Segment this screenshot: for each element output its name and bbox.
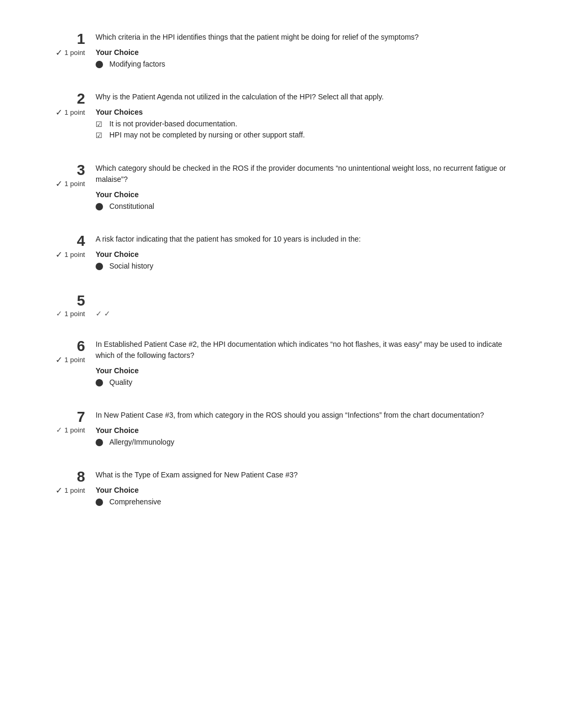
question-block-8: 8✓1 pointWhat is the Type of Exam assign…	[43, 469, 518, 508]
question-content-5: ✓ ✓	[96, 293, 518, 318]
partial-answer-5: ✓ ✓	[96, 309, 518, 318]
answer-item-2-0: ☑It is not provider-based documentation.	[96, 119, 518, 128]
your-choice-label-3: Your Choice	[96, 190, 518, 199]
answer-text-6-0: Quality	[109, 378, 133, 386]
points-text-4: 1 point	[64, 251, 85, 259]
question-points-5: ✓1 point	[56, 309, 85, 318]
checkmark-icon-1: ✓	[55, 48, 62, 58]
question-text-3: Which category should be checked in the …	[96, 163, 518, 185]
question-content-1: Which criteria in the HPI identifies thi…	[96, 32, 518, 70]
checkmark-icon-2: ✓	[55, 107, 62, 117]
checkbox-icon-2-1: ☑	[96, 131, 104, 140]
question-block-2: 2✓1 pointWhy is the Patient Agenda not u…	[43, 91, 518, 142]
answer-list-8: Comprehensive	[96, 497, 518, 506]
question-text-4: A risk factor indicating that the patien…	[96, 234, 518, 245]
answer-list-1: Modifying factors	[96, 60, 518, 68]
answer-item-2-1: ☑HPI may not be completed by nursing or …	[96, 131, 518, 140]
question-content-7: In New Patient Case #3, from which categ…	[96, 410, 518, 448]
question-text-8: What is the Type of Exam assigned for Ne…	[96, 469, 518, 481]
question-block-1: 1✓1 pointWhich criteria in the HPI ident…	[43, 32, 518, 70]
answer-text-2-0: It is not provider-based documentation.	[109, 119, 237, 128]
question-number-1: 1	[77, 32, 85, 47]
your-choice-label-2: Your Choices	[96, 108, 518, 116]
question-block-5: 5✓1 point✓ ✓	[43, 293, 518, 318]
answer-text-2-1: HPI may not be completed by nursing or o…	[109, 131, 305, 139]
question-points-8: ✓1 point	[55, 485, 85, 495]
your-choice-label-7: Your Choice	[96, 426, 518, 435]
question-block-4: 4✓1 pointA risk factor indicating that t…	[43, 234, 518, 272]
answer-item-4-0: Social history	[96, 262, 518, 270]
question-number-col-3: 3✓1 point	[43, 163, 96, 189]
checkmark-icon-3: ✓	[55, 179, 62, 189]
points-text-1: 1 point	[64, 49, 85, 57]
question-block-3: 3✓1 pointWhich category should be checke…	[43, 163, 518, 213]
points-text-7: 1 point	[64, 426, 85, 434]
question-block-6: 6✓1 pointIn Established Patient Case #2,…	[43, 339, 518, 389]
your-choice-label-4: Your Choice	[96, 250, 518, 259]
checkbox-icon-2-0: ☑	[96, 120, 104, 128]
points-text-8: 1 point	[64, 486, 85, 494]
answer-item-6-0: Quality	[96, 378, 518, 386]
points-text-6: 1 point	[64, 356, 85, 364]
answer-item-1-0: Modifying factors	[96, 60, 518, 68]
answer-text-8-0: Comprehensive	[109, 497, 161, 506]
question-points-2: ✓1 point	[55, 107, 85, 117]
question-number-col-8: 8✓1 point	[43, 469, 96, 495]
checkmark-icon-6: ✓	[55, 355, 62, 365]
bullet-icon-6-0	[96, 379, 103, 386]
your-choice-label-1: Your Choice	[96, 48, 518, 57]
question-number-7: 7	[77, 410, 85, 425]
answer-text-1-0: Modifying factors	[109, 60, 165, 68]
question-number-col-4: 4✓1 point	[43, 234, 96, 260]
partial-check-icon-5: ✓	[56, 309, 62, 318]
points-text-5: 1 point	[64, 310, 85, 318]
question-block-7: 7✓1 pointIn New Patient Case #3, from wh…	[43, 410, 518, 448]
your-choice-label-6: Your Choice	[96, 366, 518, 375]
answer-list-7: Allergy/Immunology	[96, 438, 518, 446]
checkmark-icon-8: ✓	[55, 485, 62, 495]
question-content-8: What is the Type of Exam assigned for Ne…	[96, 469, 518, 508]
question-number-col-5: 5✓1 point	[43, 293, 96, 318]
question-number-col-7: 7✓1 point	[43, 410, 96, 434]
question-number-8: 8	[77, 469, 85, 484]
checkmark-icon-4: ✓	[55, 250, 62, 260]
bullet-icon-3-0	[96, 203, 103, 210]
points-text-3: 1 point	[64, 180, 85, 188]
question-number-col-2: 2✓1 point	[43, 91, 96, 117]
question-points-6: ✓1 point	[55, 355, 85, 365]
question-number-col-1: 1✓1 point	[43, 32, 96, 58]
question-number-4: 4	[77, 234, 85, 248]
question-text-7: In New Patient Case #3, from which categ…	[96, 410, 518, 421]
question-content-6: In Established Patient Case #2, the HPI …	[96, 339, 518, 389]
question-points-3: ✓1 point	[55, 179, 85, 189]
question-number-6: 6	[77, 339, 85, 354]
bullet-icon-8-0	[96, 499, 103, 506]
points-text-2: 1 point	[64, 108, 85, 116]
question-number-3: 3	[77, 163, 85, 178]
answer-list-4: Social history	[96, 262, 518, 270]
bullet-icon-1-0	[96, 61, 103, 68]
bullet-icon-4-0	[96, 263, 103, 270]
question-text-2: Why is the Patient Agenda not utilized i…	[96, 91, 518, 103]
answer-list-3: Constitutional	[96, 202, 518, 210]
question-points-1: ✓1 point	[55, 48, 85, 58]
question-text-1: Which criteria in the HPI identifies thi…	[96, 32, 518, 43]
bullet-icon-7-0	[96, 439, 103, 446]
answer-text-7-0: Allergy/Immunology	[109, 438, 174, 446]
question-number-5: 5	[77, 293, 85, 308]
answer-text-3-0: Constitutional	[109, 202, 154, 210]
answer-text-4-0: Social history	[109, 262, 153, 270]
question-content-3: Which category should be checked in the …	[96, 163, 518, 213]
question-content-4: A risk factor indicating that the patien…	[96, 234, 518, 272]
question-points-7: ✓1 point	[56, 426, 85, 434]
answer-list-2: ☑It is not provider-based documentation.…	[96, 119, 518, 140]
answer-item-8-0: Comprehensive	[96, 497, 518, 506]
partial-check-icon-7: ✓	[56, 426, 62, 434]
question-points-4: ✓1 point	[55, 250, 85, 260]
your-choice-label-8: Your Choice	[96, 486, 518, 494]
answer-item-7-0: Allergy/Immunology	[96, 438, 518, 446]
quiz-container: 1✓1 pointWhich criteria in the HPI ident…	[43, 21, 518, 540]
question-content-2: Why is the Patient Agenda not utilized i…	[96, 91, 518, 142]
question-number-2: 2	[77, 91, 85, 106]
answer-item-3-0: Constitutional	[96, 202, 518, 210]
